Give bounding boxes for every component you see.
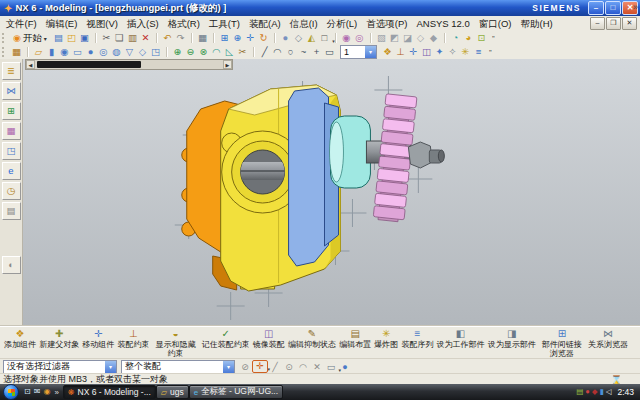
edge-blend-icon[interactable]: ◠ [210,46,223,58]
shell-icon[interactable]: ◳ [149,46,162,58]
unite-icon[interactable]: ⊕ [171,46,184,58]
trim-body-icon[interactable]: ✂ [236,46,249,58]
toolbar-overflow-icon[interactable]: ” [492,34,495,43]
menu-preferences[interactable]: 首选项(P) [362,16,412,31]
graphics-area[interactable]: ◀ ▶ [23,59,640,326]
menu-edit[interactable]: 编辑(E) [41,16,82,31]
combo-arrow-icon[interactable]: ▾ [105,361,116,373]
show-desktop-icon[interactable]: ⊡ [24,385,31,399]
assembly-sequence-button[interactable]: ≡ 装配序列 [401,328,433,349]
hole-icon[interactable]: ◎ [97,46,110,58]
render-style-dropdown-icon[interactable]: □ [318,32,331,44]
menu-tools[interactable]: 工具(T) [204,16,244,31]
spline-icon[interactable]: ~ [297,46,310,58]
add-component-button[interactable]: ❖ 添加组件 [4,328,36,349]
rectangle-icon[interactable]: ▭ [323,46,336,58]
start-button[interactable]: ◉ 开始 ▾ [10,31,52,46]
media-player-icon[interactable]: ◉ [43,385,50,399]
fit-view-icon[interactable]: ⊞ [218,32,231,44]
show-hide-constraints-button[interactable]: ◒ 显示和隐藏约束 [153,328,199,358]
interpart-link-browser-button[interactable]: ⊞ 部件间链接浏览器 [539,328,585,358]
intersect-icon[interactable]: ⊗ [197,46,210,58]
print-icon[interactable]: ▦ [196,32,209,44]
menu-assemblies[interactable]: 装配(A) [245,16,286,31]
selection-filter-combo[interactable]: 没有选择过滤器 ▾ [3,360,117,374]
volume-icon[interactable]: ◁ [606,385,612,399]
view-orient-icon[interactable]: ◭ [305,32,318,44]
edit-arrangement-button[interactable]: ▤ 编辑布置 [339,328,371,349]
exploded-view-button[interactable]: ✳ 爆炸图 [374,328,398,349]
maximize-button[interactable]: □ [605,1,621,15]
interrupt-icon[interactable]: ⌛ [611,375,622,385]
open-file-icon[interactable]: ◰ [65,32,78,44]
ime-icon[interactable]: ▤ [576,385,583,399]
sphere-select-icon[interactable]: ● [338,361,352,373]
cut-icon[interactable]: ✂ [100,32,113,44]
revolve-icon[interactable]: ◉ [58,46,71,58]
history-icon[interactable]: ◷ [2,182,21,200]
datum-plane-icon[interactable]: ▱ [32,46,45,58]
copy-icon[interactable]: ❏ [113,32,126,44]
datum-display-icon[interactable]: ◇ [414,32,427,44]
pad-icon[interactable]: ◇ [136,46,149,58]
show-hide-icon[interactable]: ◉ [340,32,353,44]
mirror-assembly-icon[interactable]: ◫ [420,46,433,58]
start-orb-button[interactable] [3,384,19,400]
system-materials-icon[interactable]: ▤ [2,202,21,220]
arc-center-icon[interactable]: ◠ [296,361,310,373]
redo-icon[interactable]: ↷ [174,32,187,44]
toolbar-overflow-icon[interactable]: ” [489,48,492,57]
chamfer-icon[interactable]: ◺ [223,46,236,58]
menu-window[interactable]: 窗口(O) [474,16,516,31]
quick-launch-overflow-icon[interactable]: » [54,388,58,397]
paste-icon[interactable]: ▥ [126,32,139,44]
menu-help[interactable]: 帮助(H) [516,16,557,31]
pocket-icon[interactable]: ▽ [123,46,136,58]
combo-arrow-icon[interactable]: ▾ [365,46,376,58]
remember-constraints-button[interactable]: ✓ 记住装配约束 [202,328,250,349]
hd3d-tools-icon[interactable]: ◳ [2,142,21,160]
relations-browser-button[interactable]: ⋈ 关系浏览器 [588,328,628,349]
roles-icon[interactable]: ◐ [2,256,21,274]
toolbar-grip[interactable] [2,47,7,57]
midpoint-icon[interactable]: ╱ [268,361,282,373]
set-displayed-part-button[interactable]: ◨ 设为显示部件 [488,328,536,349]
rectangle-select-icon[interactable]: ▭ [324,361,338,373]
snapshot-icon[interactable]: ◔ [449,32,462,44]
assembly-constraints-button[interactable]: ⊥ 装配约束 [117,328,149,349]
arc-icon[interactable]: ◠ [271,46,284,58]
line-icon[interactable]: ╱ [258,46,271,58]
grid-icon[interactable]: ◆ [427,32,440,44]
cylinder-icon[interactable]: ● [84,46,97,58]
constraint-navigator-icon[interactable]: ⋈ [2,82,21,100]
layer-settings-icon[interactable]: ▧ [375,32,388,44]
new-parent-button[interactable]: ✚ 新建父对象 [39,328,79,349]
delete-icon[interactable]: ✕ [139,32,152,44]
edit-object-display-icon[interactable]: ◎ [353,32,366,44]
reuse-library-icon[interactable]: ▦ [2,122,21,140]
wcs-icon[interactable]: ◪ [401,32,414,44]
shaded-view-icon[interactable]: ● [279,32,292,44]
assemblies-toolbar-overflow-icon[interactable]: » [633,2,638,12]
hq-image-icon[interactable]: ◕ [462,32,475,44]
web-browser-icon[interactable]: e [2,162,21,180]
part-navigator-icon[interactable]: ⊞ [2,102,21,120]
exploded-view-icon[interactable]: ✳ [459,46,472,58]
mirror-assembly-button[interactable]: ◫ 镜像装配 [253,328,285,349]
snap-point-icon[interactable]: ✛ [252,360,268,373]
task-browser[interactable]: e 全标签 - UG网-UG... [189,385,283,399]
wave-link-icon[interactable]: ✧ [446,46,459,58]
network-icon[interactable]: ▮ [600,385,604,399]
menu-ansys[interactable]: ANSYS 12.0 [412,16,474,31]
set-work-part-button[interactable]: ◧ 设为工作部件 [437,328,485,349]
undo-icon[interactable]: ↶ [161,32,174,44]
assembly-navigator-icon[interactable]: ≣ [2,62,21,80]
assembly-sequence-icon[interactable]: ≡ [472,46,485,58]
assembly-constraints-icon[interactable]: ⊥ [394,46,407,58]
boss-icon[interactable]: ◍ [110,46,123,58]
task-nx[interactable]: ❋ NX 6 - Modeling -... [63,385,156,399]
block-icon[interactable]: ▭ [71,46,84,58]
subtract-icon[interactable]: ⊖ [184,46,197,58]
menu-insert[interactable]: 插入(S) [122,16,163,31]
zoom-icon[interactable]: ⊕ [231,32,244,44]
